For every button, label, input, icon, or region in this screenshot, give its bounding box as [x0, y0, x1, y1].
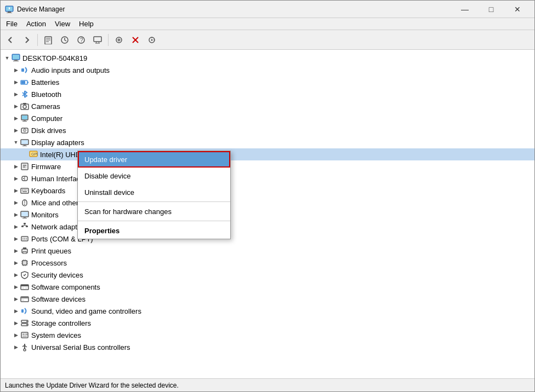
- status-bar: Launches the Update Driver Wizard for th…: [1, 378, 534, 391]
- expand-arrow-printqueues: ▶: [12, 246, 20, 255]
- storage-icon: [20, 319, 29, 327]
- tree-item-softwaredevices[interactable]: ▶ Software devices: [1, 293, 534, 305]
- update-driver-toolbar-button[interactable]: [57, 32, 72, 48]
- properties-button[interactable]: [41, 32, 56, 48]
- svg-text:?: ?: [80, 37, 83, 43]
- tree-item-cameras[interactable]: ▶ Cameras: [1, 100, 534, 112]
- svg-rect-2: [7, 13, 12, 13]
- computer-icon-2: [20, 114, 29, 123]
- tree-root[interactable]: ▼ DESKTOP-504K819: [1, 52, 534, 64]
- status-text: Launches the Update Driver Wizard for th…: [5, 382, 179, 389]
- toolbar: ?: [1, 30, 534, 50]
- tree-item-sound[interactable]: ▶ Sound, video and game controllers: [1, 305, 534, 317]
- minimize-button[interactable]: —: [452, 1, 477, 18]
- back-button[interactable]: [3, 32, 18, 48]
- tree-item-audio[interactable]: ▶ Audio inputs and outputs: [1, 64, 534, 76]
- tree-item-systemdevices[interactable]: ▶ System devices: [1, 329, 534, 341]
- tree-item-processors[interactable]: ▶ Processors: [1, 257, 534, 269]
- audio-icon: [20, 66, 29, 74]
- svg-rect-84: [23, 261, 26, 264]
- svg-rect-5: [45, 37, 52, 44]
- window-controls: — □ ✕: [452, 1, 530, 18]
- context-menu-separator-1: [78, 201, 230, 202]
- context-menu-disable-device[interactable]: Disable device: [78, 168, 230, 184]
- security-icon: [20, 270, 29, 279]
- svg-rect-55: [21, 188, 29, 193]
- tree-item-softwarecomponents[interactable]: ▶ Software components: [1, 281, 534, 293]
- expand-arrow-computer: ▶: [12, 114, 20, 123]
- svg-rect-50: [23, 165, 26, 166]
- context-menu-update-driver[interactable]: Update driver: [78, 151, 230, 168]
- svg-rect-107: [25, 333, 27, 335]
- softwarecomponents-label: Software components: [31, 283, 100, 291]
- svg-point-40: [24, 130, 25, 131]
- svg-rect-66: [24, 217, 26, 218]
- diskdrives-label: Disk drives: [31, 126, 66, 135]
- context-menu: Update driver Disable device Uninstall d…: [77, 151, 231, 239]
- bluetooth-label: Bluetooth: [31, 90, 61, 99]
- tree-item-displayadapters[interactable]: ▼ Display adapters: [1, 136, 534, 148]
- systemdevices-label: System devices: [31, 331, 81, 339]
- context-menu-uninstall-device[interactable]: Uninstall device: [78, 184, 230, 200]
- menu-bar: File Action View Help: [1, 18, 534, 30]
- svg-point-104: [26, 324, 27, 325]
- ports-icon: [20, 234, 29, 243]
- maximize-button[interactable]: □: [479, 1, 504, 18]
- expand-arrow-processors: ▶: [12, 258, 20, 267]
- add-hardware-button[interactable]: [111, 32, 127, 48]
- monitor-button[interactable]: [90, 32, 105, 48]
- app-icon: [5, 5, 14, 14]
- svg-rect-108: [22, 336, 27, 337]
- expand-arrow-root: ▼: [3, 54, 12, 62]
- camera-icon: [20, 102, 29, 111]
- remove-hardware-button[interactable]: [128, 32, 143, 48]
- svg-point-54: [23, 178, 24, 179]
- expand-arrow-firmware: ▶: [12, 162, 20, 171]
- menu-help[interactable]: Help: [75, 18, 98, 30]
- scan-changes-button[interactable]: [144, 32, 160, 48]
- expand-arrow-usb: ▶: [12, 343, 20, 351]
- menu-action[interactable]: Action: [22, 18, 50, 30]
- expand-arrow-softwarecomponents: ▶: [12, 283, 20, 291]
- expand-arrow-ports: ▶: [12, 234, 20, 243]
- svg-point-112: [24, 349, 26, 351]
- expand-arrow-systemdevices: ▶: [12, 331, 20, 339]
- tree-item-usb[interactable]: ▶ Universal Serial Bus controllers: [1, 341, 534, 353]
- tree-item-batteries[interactable]: ▶ Batteries: [1, 76, 534, 88]
- tree-item-security[interactable]: ▶ Security devices: [1, 269, 534, 281]
- svg-rect-60: [22, 191, 27, 192]
- tree-item-bluetooth[interactable]: ▶ Bluetooth: [1, 88, 534, 100]
- svg-point-103: [26, 321, 27, 322]
- display-adapter-icon: [20, 138, 29, 147]
- svg-rect-29: [27, 82, 29, 83]
- expand-arrow-sound: ▶: [12, 307, 20, 315]
- svg-rect-36: [24, 120, 26, 121]
- context-menu-properties[interactable]: Properties: [78, 222, 230, 239]
- menu-view[interactable]: View: [50, 18, 75, 30]
- context-menu-separator-2: [78, 221, 230, 221]
- svg-rect-26: [13, 55, 19, 59]
- tree-item-diskdrives[interactable]: ▶ Disk drives: [1, 124, 534, 136]
- expand-arrow-keyboards: ▶: [12, 186, 20, 195]
- expand-arrow-intel: [20, 150, 29, 159]
- tree-item-computer[interactable]: ▶ Computer: [1, 112, 534, 124]
- software-devices-icon: [20, 295, 29, 303]
- main-content: ▼ DESKTOP-504K819 ▶: [1, 50, 534, 378]
- close-button[interactable]: ✕: [505, 1, 530, 18]
- svg-rect-4: [9, 8, 10, 9]
- expand-arrow-batteries: ▶: [12, 78, 20, 87]
- usb-label: Universal Serial Bus controllers: [31, 343, 130, 351]
- menu-file[interactable]: File: [2, 18, 22, 30]
- tree-item-printqueues[interactable]: ▶ Print queues: [1, 245, 534, 257]
- forward-button[interactable]: [19, 32, 35, 48]
- firmware-label: Firmware: [31, 163, 61, 171]
- tree-item-storage[interactable]: ▶ Storage controllers: [1, 317, 534, 329]
- intel-icon: GPU: [29, 150, 38, 159]
- bluetooth-icon: [20, 90, 29, 99]
- svg-rect-98: [21, 297, 29, 298]
- help-button[interactable]: ?: [73, 32, 89, 48]
- svg-rect-42: [24, 145, 26, 146]
- security-label: Security devices: [31, 271, 83, 279]
- context-menu-scan-hardware[interactable]: Scan for hardware changes: [78, 203, 230, 220]
- svg-rect-24: [14, 60, 18, 61]
